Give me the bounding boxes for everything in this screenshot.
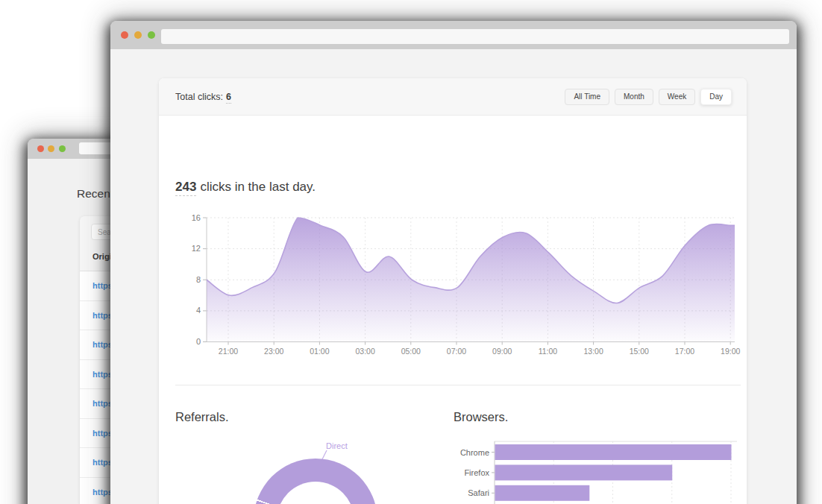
referrals-heading: Referrals.: [175, 410, 229, 424]
traffic-light-yellow-icon[interactable]: [134, 31, 142, 39]
svg-text:0: 0: [196, 337, 201, 346]
svg-text:16: 16: [192, 213, 201, 222]
card-body: 243clicks in the last day. 048121621:002…: [159, 116, 747, 504]
svg-text:4: 4: [196, 306, 201, 315]
section-divider: [175, 385, 741, 385]
svg-text:15:00: 15:00: [630, 347, 649, 356]
donut-label-direct: Direct: [326, 441, 348, 450]
titlebar: [110, 21, 797, 49]
total-clicks: Total clicks:6: [175, 92, 231, 102]
charts-canvas: 048121621:0023:0001:0003:0005:0007:0009:…: [159, 116, 747, 504]
analytics-browser-window: Total clicks:6 All TimeMonthWeekDay 243c…: [110, 21, 797, 504]
svg-text:Chrome: Chrome: [460, 448, 489, 457]
total-clicks-label: Total clicks:: [175, 92, 223, 102]
svg-text:23:00: 23:00: [264, 347, 283, 356]
svg-text:09:00: 09:00: [492, 347, 512, 356]
svg-text:21:00: 21:00: [219, 347, 238, 356]
traffic-light-green-icon[interactable]: [148, 31, 155, 39]
svg-text:12: 12: [192, 244, 201, 253]
total-clicks-value: 6: [226, 92, 231, 104]
svg-text:11:00: 11:00: [539, 347, 558, 356]
range-button-all-time[interactable]: All Time: [565, 89, 609, 105]
svg-text:8: 8: [196, 275, 201, 284]
traffic-light-red-icon[interactable]: [121, 31, 128, 39]
svg-text:13:00: 13:00: [583, 347, 603, 356]
range-buttons: All TimeMonthWeekDay: [565, 89, 732, 105]
range-button-month[interactable]: Month: [615, 89, 653, 105]
analytics-card: Total clicks:6 All TimeMonthWeekDay 243c…: [159, 78, 747, 504]
svg-text:Safari: Safari: [468, 488, 489, 497]
svg-text:07:00: 07:00: [447, 347, 466, 356]
svg-text:01:00: 01:00: [310, 347, 329, 356]
svg-text:03:00: 03:00: [355, 347, 374, 356]
card-header: Total clicks:6 All TimeMonthWeekDay: [159, 78, 747, 116]
browsers-heading: Browsers.: [454, 410, 508, 424]
traffic-light-red-icon[interactable]: [37, 145, 44, 152]
svg-text:19:00: 19:00: [721, 347, 740, 356]
traffic-light-yellow-icon[interactable]: [48, 145, 54, 152]
traffic-light-green-icon[interactable]: [59, 145, 66, 152]
svg-text:Firefox: Firefox: [464, 468, 489, 477]
range-button-day[interactable]: Day: [700, 89, 732, 105]
url-bar[interactable]: [161, 29, 789, 44]
svg-text:17:00: 17:00: [675, 347, 694, 356]
range-button-week[interactable]: Week: [659, 89, 695, 105]
svg-text:05:00: 05:00: [401, 347, 421, 356]
